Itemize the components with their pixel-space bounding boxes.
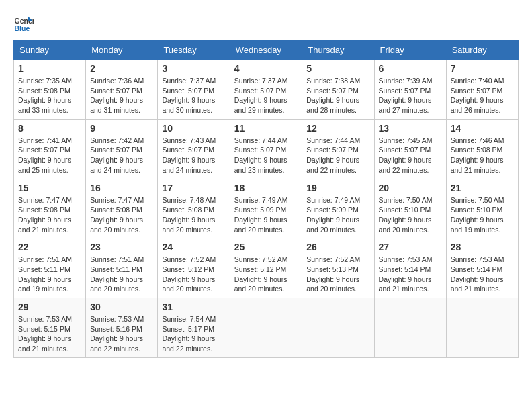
calendar-cell: 14Sunrise: 7:46 AMSunset: 5:08 PMDayligh… [446,119,518,179]
day-number: 8 [18,123,81,134]
calendar-cell: 4Sunrise: 7:37 AMSunset: 5:07 PMDaylight… [230,60,302,120]
calendar-cell: 28Sunrise: 7:53 AMSunset: 5:14 PMDayligh… [446,238,518,298]
day-number: 23 [90,242,153,253]
calendar-cell: 2Sunrise: 7:36 AMSunset: 5:07 PMDaylight… [86,60,158,120]
day-info: Sunrise: 7:54 AMSunset: 5:17 PMDaylight:… [162,314,225,354]
calendar-cell: 15Sunrise: 7:47 AMSunset: 5:08 PMDayligh… [14,179,86,238]
day-info: Sunrise: 7:50 AMSunset: 5:10 PMDaylight:… [379,195,442,235]
calendar-cell: 26Sunrise: 7:52 AMSunset: 5:13 PMDayligh… [302,238,374,298]
day-info: Sunrise: 7:47 AMSunset: 5:08 PMDaylight:… [90,195,153,235]
day-number: 28 [451,242,514,253]
day-info: Sunrise: 7:42 AMSunset: 5:07 PMDaylight:… [90,136,153,175]
calendar-cell: 11Sunrise: 7:44 AMSunset: 5:07 PMDayligh… [230,119,302,179]
calendar-cell: 13Sunrise: 7:45 AMSunset: 5:07 PMDayligh… [374,119,446,179]
day-info: Sunrise: 7:37 AMSunset: 5:07 PMDaylight:… [162,76,225,116]
day-header-saturday: Saturday [446,41,518,60]
day-number: 24 [162,242,225,253]
day-info: Sunrise: 7:38 AMSunset: 5:07 PMDaylight:… [306,76,369,116]
day-header-tuesday: Tuesday [158,41,230,60]
day-info: Sunrise: 7:40 AMSunset: 5:07 PMDaylight:… [451,76,514,116]
day-number: 7 [451,63,514,74]
day-info: Sunrise: 7:44 AMSunset: 5:07 PMDaylight:… [306,136,369,175]
day-info: Sunrise: 7:51 AMSunset: 5:11 PMDaylight:… [18,255,81,294]
day-info: Sunrise: 7:53 AMSunset: 5:16 PMDaylight:… [90,314,153,354]
page-header: General Blue [13,13,519,34]
day-info: Sunrise: 7:41 AMSunset: 5:07 PMDaylight:… [18,136,81,175]
calendar-cell: 17Sunrise: 7:48 AMSunset: 5:08 PMDayligh… [158,179,230,238]
day-number: 12 [306,123,369,134]
day-number: 22 [18,242,81,253]
calendar-cell: 7Sunrise: 7:40 AMSunset: 5:07 PMDaylight… [446,60,518,120]
calendar-cell: 12Sunrise: 7:44 AMSunset: 5:07 PMDayligh… [302,119,374,179]
calendar-cell: 10Sunrise: 7:43 AMSunset: 5:07 PMDayligh… [158,119,230,179]
day-number: 10 [162,123,225,134]
day-info: Sunrise: 7:46 AMSunset: 5:08 PMDaylight:… [451,136,514,175]
calendar-cell: 21Sunrise: 7:50 AMSunset: 5:10 PMDayligh… [446,179,518,238]
calendar-cell [374,298,446,358]
day-header-friday: Friday [374,41,446,60]
calendar-cell: 27Sunrise: 7:53 AMSunset: 5:14 PMDayligh… [374,238,446,298]
calendar-cell: 5Sunrise: 7:38 AMSunset: 5:07 PMDaylight… [302,60,374,120]
day-header-thursday: Thursday [302,41,374,60]
day-header-sunday: Sunday [14,41,86,60]
day-info: Sunrise: 7:53 AMSunset: 5:15 PMDaylight:… [18,314,81,354]
day-number: 26 [306,242,369,253]
calendar-header-row: SundayMondayTuesdayWednesdayThursdayFrid… [14,41,519,60]
calendar-cell: 3Sunrise: 7:37 AMSunset: 5:07 PMDaylight… [158,60,230,120]
svg-text:Blue: Blue [15,24,30,32]
day-info: Sunrise: 7:53 AMSunset: 5:14 PMDaylight:… [451,255,514,294]
calendar-cell: 1Sunrise: 7:35 AMSunset: 5:08 PMDaylight… [14,60,86,120]
calendar-week-4: 22Sunrise: 7:51 AMSunset: 5:11 PMDayligh… [14,238,519,298]
calendar-cell: 22Sunrise: 7:51 AMSunset: 5:11 PMDayligh… [14,238,86,298]
day-number: 6 [379,63,442,74]
calendar-cell: 9Sunrise: 7:42 AMSunset: 5:07 PMDaylight… [86,119,158,179]
calendar-cell: 6Sunrise: 7:39 AMSunset: 5:07 PMDaylight… [374,60,446,120]
day-header-wednesday: Wednesday [230,41,302,60]
day-info: Sunrise: 7:43 AMSunset: 5:07 PMDaylight:… [162,136,225,175]
calendar-cell: 30Sunrise: 7:53 AMSunset: 5:16 PMDayligh… [86,298,158,358]
day-info: Sunrise: 7:37 AMSunset: 5:07 PMDaylight:… [234,76,298,116]
day-header-monday: Monday [86,41,158,60]
logo: General Blue [13,13,36,34]
day-number: 14 [451,123,514,134]
day-info: Sunrise: 7:52 AMSunset: 5:12 PMDaylight:… [162,255,225,294]
day-info: Sunrise: 7:49 AMSunset: 5:09 PMDaylight:… [234,195,298,235]
day-number: 5 [306,63,369,74]
day-number: 13 [379,123,442,134]
day-number: 16 [90,183,153,193]
calendar-cell: 24Sunrise: 7:52 AMSunset: 5:12 PMDayligh… [158,238,230,298]
day-number: 30 [90,302,153,312]
day-number: 17 [162,183,225,193]
day-number: 21 [451,183,514,193]
day-info: Sunrise: 7:48 AMSunset: 5:08 PMDaylight:… [162,195,225,235]
calendar-cell: 20Sunrise: 7:50 AMSunset: 5:10 PMDayligh… [374,179,446,238]
day-info: Sunrise: 7:52 AMSunset: 5:12 PMDaylight:… [234,255,298,294]
calendar-cell: 31Sunrise: 7:54 AMSunset: 5:17 PMDayligh… [158,298,230,358]
day-info: Sunrise: 7:47 AMSunset: 5:08 PMDaylight:… [18,195,81,235]
calendar-week-5: 29Sunrise: 7:53 AMSunset: 5:15 PMDayligh… [14,298,519,358]
calendar-cell [446,298,518,358]
calendar-week-1: 1Sunrise: 7:35 AMSunset: 5:08 PMDaylight… [14,60,519,120]
calendar-cell: 29Sunrise: 7:53 AMSunset: 5:15 PMDayligh… [14,298,86,358]
day-number: 4 [234,63,298,74]
day-number: 3 [162,63,225,74]
calendar-cell: 8Sunrise: 7:41 AMSunset: 5:07 PMDaylight… [14,119,86,179]
calendar-week-2: 8Sunrise: 7:41 AMSunset: 5:07 PMDaylight… [14,119,519,179]
day-number: 25 [234,242,298,253]
calendar-cell: 25Sunrise: 7:52 AMSunset: 5:12 PMDayligh… [230,238,302,298]
day-info: Sunrise: 7:52 AMSunset: 5:13 PMDaylight:… [306,255,369,294]
calendar-cell: 19Sunrise: 7:49 AMSunset: 5:09 PMDayligh… [302,179,374,238]
day-number: 29 [18,302,81,312]
logo-icon: General Blue [13,13,34,34]
day-number: 18 [234,183,298,193]
day-number: 31 [162,302,225,312]
day-number: 1 [18,63,81,74]
calendar-cell: 16Sunrise: 7:47 AMSunset: 5:08 PMDayligh… [86,179,158,238]
calendar-cell [302,298,374,358]
day-info: Sunrise: 7:51 AMSunset: 5:11 PMDaylight:… [90,255,153,294]
day-number: 20 [379,183,442,193]
day-info: Sunrise: 7:49 AMSunset: 5:09 PMDaylight:… [306,195,369,235]
day-info: Sunrise: 7:45 AMSunset: 5:07 PMDaylight:… [379,136,442,175]
day-info: Sunrise: 7:35 AMSunset: 5:08 PMDaylight:… [18,76,81,116]
day-number: 2 [90,63,153,74]
